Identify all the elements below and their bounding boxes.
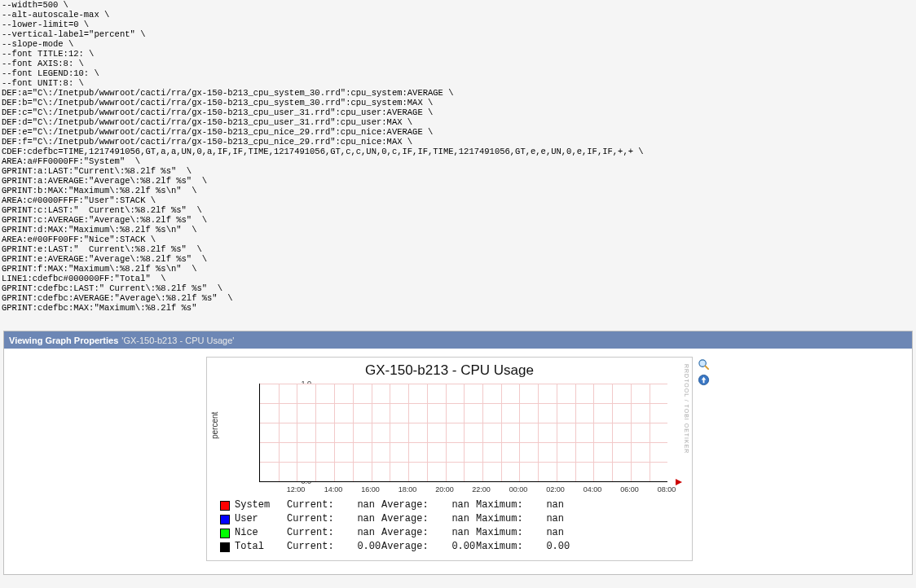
legend-name: System bbox=[235, 498, 287, 512]
legend-swatch bbox=[220, 529, 230, 538]
x-ticks: 12:00 14:00 16:00 18:00 20:00 22:00 00:0… bbox=[259, 484, 667, 495]
chart-legend: System Current: nan Average: nan Maximum… bbox=[220, 498, 682, 554]
xtick: 14:00 bbox=[324, 485, 343, 494]
legend-name: Total bbox=[235, 540, 287, 554]
xtick: 12:00 bbox=[287, 485, 306, 494]
legend-row-nice: Nice Current: nan Average: nan Maximum: … bbox=[220, 526, 682, 540]
zoom-icon[interactable] bbox=[698, 358, 710, 371]
x-axis-arrow-icon bbox=[676, 479, 682, 485]
legend-row-system: System Current: nan Average: nan Maximum… bbox=[220, 498, 682, 512]
y-axis-label: percent bbox=[210, 412, 219, 439]
legend-swatch bbox=[220, 515, 230, 524]
chart-title: GX-150-b213 - CPU Usage bbox=[207, 362, 692, 379]
plot-area bbox=[259, 384, 667, 482]
legend-row-total: Total Current: 0.00 Average: 0.00 Maximu… bbox=[220, 540, 682, 554]
xtick: 08:00 bbox=[658, 485, 676, 494]
xtick: 04:00 bbox=[584, 485, 602, 494]
panel-title-item: 'GX-150-b213 - CPU Usage' bbox=[121, 336, 234, 345]
plot-area-wrap: 1.0 0.8 0.6 0.4 0.2 0.0 bbox=[259, 384, 676, 482]
panel-title-prefix: Viewing Graph Properties bbox=[9, 336, 118, 345]
xtick: 18:00 bbox=[399, 485, 417, 494]
xtick: 06:00 bbox=[620, 485, 639, 494]
rrdtool-credit: RRDTOOL / TOBI OETIKER bbox=[684, 364, 689, 454]
svg-line-1 bbox=[705, 366, 708, 369]
legend-row-user: User Current: nan Average: nan Maximum: … bbox=[220, 512, 682, 526]
legend-swatch bbox=[220, 501, 230, 511]
xtick: 02:00 bbox=[546, 485, 565, 494]
legend-name: User bbox=[235, 512, 287, 526]
xtick: 16:00 bbox=[361, 485, 380, 494]
graph-properties-panel: Viewing Graph Properties 'GX-150-b213 - … bbox=[3, 331, 913, 575]
panel-titlebar: Viewing Graph Properties 'GX-150-b213 - … bbox=[4, 331, 912, 349]
graph-action-icons bbox=[698, 358, 710, 386]
legend-name: Nice bbox=[235, 526, 287, 540]
xtick: 22:00 bbox=[472, 485, 491, 494]
info-icon[interactable] bbox=[698, 374, 710, 386]
panel-content: RRDTOOL / TOBI OETIKER GX-150-b213 - CPU… bbox=[4, 349, 912, 574]
xtick: 00:00 bbox=[509, 485, 528, 494]
xtick: 20:00 bbox=[435, 485, 454, 494]
rrdtool-debug-output: --width=500 \ --alt-autoscale-max \ --lo… bbox=[0, 0, 916, 327]
rrd-graph: RRDTOOL / TOBI OETIKER GX-150-b213 - CPU… bbox=[206, 357, 693, 561]
legend-swatch bbox=[220, 542, 230, 552]
